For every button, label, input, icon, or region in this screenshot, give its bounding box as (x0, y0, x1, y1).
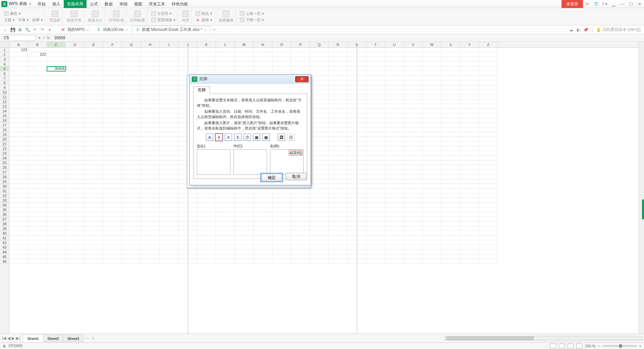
cell-V45[interactable] (404, 254, 423, 259)
cell-T30[interactable] (366, 184, 385, 189)
cell-C22[interactable] (47, 146, 66, 151)
cell-Y16[interactable] (460, 118, 479, 123)
cell-D26[interactable] (66, 165, 85, 170)
cell-E2[interactable] (85, 52, 103, 57)
cells-area[interactable]: 12322235656 (9, 48, 639, 264)
cell-P4[interactable] (291, 62, 310, 66)
cell-V29[interactable] (404, 179, 423, 184)
cell-X43[interactable] (441, 245, 460, 250)
cell-X30[interactable] (441, 184, 460, 189)
cell-Q41[interactable] (310, 236, 329, 240)
cell-M1[interactable] (235, 48, 254, 52)
cell-M44[interactable] (235, 250, 254, 254)
cell-N39[interactable] (254, 226, 272, 231)
cell-C20[interactable] (47, 137, 66, 142)
cell-C16[interactable] (47, 118, 66, 123)
cell-G30[interactable] (122, 184, 141, 189)
cell-R38[interactable] (329, 221, 347, 226)
cell-X42[interactable] (441, 240, 460, 245)
cell-Q18[interactable] (310, 128, 329, 132)
cell-V9[interactable] (404, 85, 423, 90)
cell-R6[interactable] (329, 71, 347, 76)
col-header-G[interactable]: G (122, 42, 141, 47)
cell-O42[interactable] (272, 240, 291, 245)
cell-U29[interactable] (385, 179, 404, 184)
row-header-14[interactable]: 14 (0, 109, 9, 113)
cell-U7[interactable] (385, 76, 404, 81)
cell-Y41[interactable] (460, 236, 479, 240)
cell-O34[interactable] (272, 203, 291, 207)
cell-I1[interactable] (160, 48, 178, 52)
cell-G17[interactable] (122, 123, 141, 128)
min-window-icon[interactable]: ▁ (609, 0, 618, 8)
cell-B18[interactable] (28, 128, 47, 132)
name-box[interactable]: C5 (2, 35, 36, 41)
cell-N44[interactable] (254, 250, 272, 254)
cell-R26[interactable] (329, 165, 347, 170)
cell-F30[interactable] (103, 184, 122, 189)
cell-X11[interactable] (441, 95, 460, 99)
minimize-icon[interactable]: ― (618, 0, 627, 8)
cell-C13[interactable] (47, 104, 66, 109)
cell-Y20[interactable] (460, 137, 479, 142)
col-header-E[interactable]: E (85, 42, 103, 47)
col-header-J[interactable]: J (178, 42, 197, 47)
cell-M42[interactable] (235, 240, 254, 245)
cell-X36[interactable] (441, 212, 460, 217)
cell-H28[interactable] (141, 174, 160, 179)
col-header-T[interactable]: T (366, 42, 385, 47)
cell-H40[interactable] (141, 231, 160, 236)
cell-F14[interactable] (103, 109, 122, 113)
cell-X32[interactable] (441, 193, 460, 198)
cell-U27[interactable] (385, 170, 404, 174)
cell-H15[interactable] (141, 113, 160, 118)
cell-B46[interactable] (28, 259, 47, 264)
cell-P35[interactable] (291, 207, 310, 212)
cell-U33[interactable] (385, 198, 404, 203)
cell-Q39[interactable] (310, 226, 329, 231)
cell-B2[interactable]: 222 (28, 52, 47, 57)
cell-I43[interactable] (160, 245, 178, 250)
cell-G15[interactable] (122, 113, 141, 118)
cell-T7[interactable] (366, 76, 385, 81)
cell-M45[interactable] (235, 254, 254, 259)
cell-F32[interactable] (103, 193, 122, 198)
cell-G18[interactable] (122, 128, 141, 132)
cell-W14[interactable] (423, 109, 441, 113)
row-header-7[interactable]: 7 (0, 76, 9, 81)
cell-F5[interactable] (103, 66, 122, 71)
cell-P42[interactable] (291, 240, 310, 245)
cell-P40[interactable] (291, 231, 310, 236)
cell-B1[interactable] (28, 48, 47, 52)
cell-B27[interactable] (28, 170, 47, 174)
col-header-O[interactable]: O (272, 42, 291, 47)
row-header-5[interactable]: 5 (0, 66, 9, 71)
row-header-21[interactable]: 21 (0, 142, 9, 146)
cell-H43[interactable] (141, 245, 160, 250)
row-header-24[interactable]: 24 (0, 156, 9, 160)
cell-I41[interactable] (160, 236, 178, 240)
cell-I14[interactable] (160, 109, 178, 113)
cell-H26[interactable] (141, 165, 160, 170)
cell-L44[interactable] (216, 250, 235, 254)
cell-E16[interactable] (85, 118, 103, 123)
cell-U18[interactable] (385, 128, 404, 132)
cell-I20[interactable] (160, 137, 178, 142)
cell-B44[interactable] (28, 250, 47, 254)
cell-W40[interactable] (423, 231, 441, 236)
cell-Q17[interactable] (310, 123, 329, 128)
row-header-27[interactable]: 27 (0, 170, 9, 174)
cell-U38[interactable] (385, 221, 404, 226)
cell-U17[interactable] (385, 123, 404, 128)
cell-G25[interactable] (122, 160, 141, 165)
cell-R28[interactable] (329, 174, 347, 179)
cell-I16[interactable] (160, 118, 178, 123)
cell-K46[interactable] (197, 259, 216, 264)
cell-D9[interactable] (66, 85, 85, 90)
cell-X35[interactable] (441, 207, 460, 212)
cell-W45[interactable] (423, 254, 441, 259)
cell-I29[interactable] (160, 179, 178, 184)
row-header-22[interactable]: 22 (0, 146, 9, 151)
cell-V42[interactable] (404, 240, 423, 245)
cell-U21[interactable] (385, 142, 404, 146)
